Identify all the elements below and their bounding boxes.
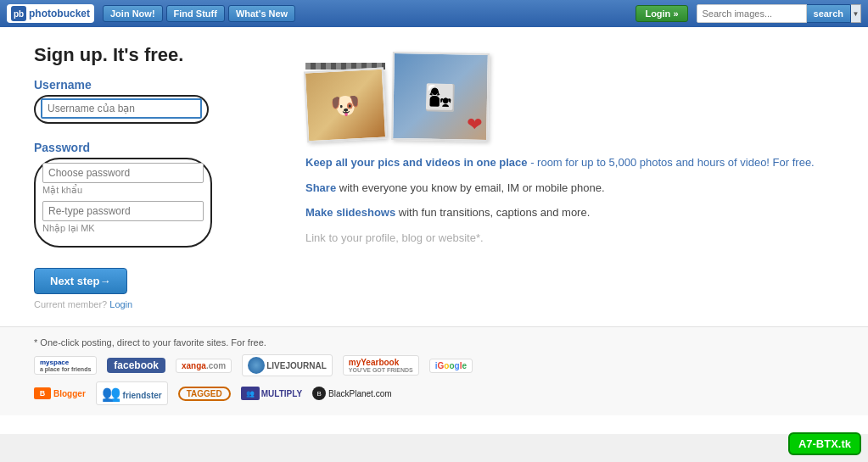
promo-line-1: Keep all your pics and videos in one pla… (305, 154, 834, 171)
footer-area: * One-click posting, direct to your favo… (0, 326, 868, 415)
username-input[interactable] (41, 98, 202, 119)
login-button[interactable]: Login » (636, 5, 687, 22)
site-logo[interactable]: pb photobucket (7, 4, 94, 23)
partner-logos-row1: myspace a place for friends facebook xan… (34, 354, 834, 376)
password-label: Password (34, 141, 272, 154)
whats-new-button[interactable]: What's New (228, 5, 295, 22)
multiply-logo[interactable]: 👥 MULTIPLY (241, 387, 302, 400)
lj-icon (248, 357, 265, 374)
a7btx-badge: A7-BTX.tk (788, 432, 861, 455)
retype-hint: Nhập lại MK (42, 223, 204, 234)
multiply-icon: 👥 (241, 387, 260, 400)
search-input[interactable] (697, 4, 807, 23)
logo-icon: pb (11, 6, 26, 21)
signup-title: Sign up. It's free. (34, 44, 272, 66)
current-member-text: Current member? Login (34, 299, 272, 309)
promo-line-4: Link to your profile, blog or website*. (305, 230, 834, 247)
next-step-button[interactable]: Next step→ (34, 268, 127, 294)
main-content: Sign up. It's free. Username Password Mậ… (0, 27, 868, 434)
livejournal-logo[interactable]: LIVEJOURNAL (242, 354, 333, 376)
myspace-logo[interactable]: myspace a place for friends (34, 356, 97, 375)
username-oval (34, 95, 209, 124)
find-stuff-button[interactable]: Find Stuff (166, 5, 225, 22)
password-input[interactable] (42, 163, 204, 183)
signup-form: Sign up. It's free. Username Password Mậ… (34, 44, 272, 309)
login-link[interactable]: Login (109, 299, 132, 309)
blackplanet-logo[interactable]: B BlackPlanet.com (312, 387, 391, 400)
partner-logos-row2: B Blogger 👥 friendster TAGGED 👥 MULTIPLY… (34, 381, 834, 405)
search-dropdown-arrow[interactable]: ▼ (851, 4, 861, 23)
logo-text: photobucket (29, 8, 90, 19)
friendster-logo[interactable]: 👥 friendster (96, 381, 168, 405)
blogger-logo[interactable]: B Blogger (34, 387, 86, 399)
photo-people-frame: 👩‍👧 ❤ (391, 52, 490, 142)
password-hint: Mật khẩu (42, 185, 204, 196)
username-label: Username (34, 78, 272, 92)
join-now-button[interactable]: Join Now! (103, 5, 163, 22)
myyearbook-logo[interactable]: myYearbook YOU'VE GOT FRIENDS (343, 355, 419, 376)
search-container: search ▼ (697, 4, 861, 23)
photo-dog: 🐶 (305, 70, 385, 142)
password-section: Password Mật khẩu Nhập lại MK (34, 141, 272, 254)
promo-area: 🐶 👩‍👧 ❤ Keep all your pics and videos in… (305, 44, 834, 309)
photo-strip: 🐶 👩‍👧 ❤ (305, 53, 834, 141)
igoogle-logo[interactable]: iGoogle (429, 359, 473, 373)
bp-icon: B (312, 387, 326, 400)
footer-note: * One-click posting, direct to your favo… (34, 337, 834, 348)
photo-people: 👩‍👧 ❤ (393, 53, 488, 140)
photo-dog-frame: 🐶 (304, 68, 387, 143)
film-strip-container: 🐶 (305, 63, 385, 141)
xanga-logo[interactable]: xanga.com (176, 359, 232, 373)
promo-line-3: Make slideshows with fun transitions, ca… (305, 204, 834, 221)
blogger-icon: B (34, 387, 51, 399)
password-oval: Mật khẩu Nhập lại MK (34, 158, 212, 248)
promo-line-2: Share with everyone you know by email, I… (305, 180, 834, 197)
heart-decoration: ❤ (467, 114, 482, 136)
retype-password-input[interactable] (42, 201, 204, 221)
content-area: Sign up. It's free. Username Password Mậ… (0, 27, 868, 326)
search-button[interactable]: search (807, 4, 851, 23)
facebook-logo[interactable]: facebook (107, 358, 165, 373)
username-section: Username (34, 78, 272, 131)
tagged-logo[interactable]: TAGGED (178, 387, 231, 401)
top-navigation: pb photobucket Join Now! Find Stuff What… (0, 0, 868, 27)
